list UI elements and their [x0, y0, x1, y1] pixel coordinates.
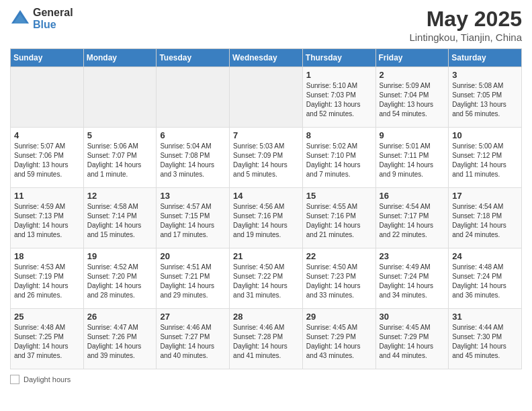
day-info: Sunrise: 4:45 AM Sunset: 7:29 PM Dayligh… — [306, 323, 372, 361]
weekday-header-thursday: Thursday — [302, 49, 375, 67]
day-info: Sunrise: 4:47 AM Sunset: 7:26 PM Dayligh… — [87, 323, 153, 361]
main-title: May 2025 — [409, 7, 522, 32]
logo-text: General Blue — [33, 7, 73, 30]
day-number: 10 — [452, 130, 518, 140]
day-number: 30 — [380, 312, 445, 322]
calendar-cell — [230, 67, 303, 128]
day-info: Sunrise: 4:55 AM Sunset: 7:16 PM Dayligh… — [306, 202, 372, 240]
day-info: Sunrise: 4:50 AM Sunset: 7:22 PM Dayligh… — [233, 263, 299, 300]
day-info: Sunrise: 4:52 AM Sunset: 7:20 PM Dayligh… — [87, 263, 153, 300]
day-number: 13 — [160, 191, 226, 201]
calendar-cell — [157, 67, 230, 128]
day-info: Sunrise: 5:06 AM Sunset: 7:07 PM Dayligh… — [87, 142, 153, 179]
weekday-header-monday: Monday — [83, 49, 157, 67]
day-number: 24 — [452, 251, 518, 261]
day-info: Sunrise: 4:48 AM Sunset: 7:24 PM Dayligh… — [452, 263, 518, 300]
calendar-cell: 30Sunrise: 4:45 AM Sunset: 7:29 PM Dayli… — [375, 309, 449, 369]
calendar-cell — [11, 67, 84, 128]
weekday-header-sunday: Sunday — [11, 49, 84, 67]
calendar-cell: 15Sunrise: 4:55 AM Sunset: 7:16 PM Dayli… — [302, 188, 375, 248]
calendar-cell: 2Sunrise: 5:09 AM Sunset: 7:04 PM Daylig… — [375, 67, 449, 128]
day-number: 2 — [380, 70, 445, 80]
logo-icon — [10, 9, 30, 29]
day-number: 3 — [452, 70, 518, 80]
calendar-week-4: 18Sunrise: 4:53 AM Sunset: 7:19 PM Dayli… — [11, 248, 522, 309]
calendar-body: 1Sunrise: 5:10 AM Sunset: 7:03 PM Daylig… — [11, 67, 522, 369]
calendar-cell: 1Sunrise: 5:10 AM Sunset: 7:03 PM Daylig… — [302, 67, 375, 128]
calendar-cell: 10Sunrise: 5:00 AM Sunset: 7:12 PM Dayli… — [449, 128, 522, 188]
calendar-cell: 8Sunrise: 5:02 AM Sunset: 7:10 PM Daylig… — [302, 128, 375, 188]
calendar-cell: 20Sunrise: 4:51 AM Sunset: 7:21 PM Dayli… — [157, 248, 230, 309]
calendar-cell: 26Sunrise: 4:47 AM Sunset: 7:26 PM Dayli… — [83, 309, 157, 369]
footer-label: Daylight hours — [24, 375, 71, 383]
day-number: 28 — [233, 312, 299, 322]
day-number: 18 — [14, 251, 80, 261]
calendar-cell: 31Sunrise: 4:44 AM Sunset: 7:30 PM Dayli… — [449, 309, 522, 369]
calendar-cell: 23Sunrise: 4:49 AM Sunset: 7:24 PM Dayli… — [375, 248, 449, 309]
day-number: 12 — [87, 191, 153, 201]
day-info: Sunrise: 5:10 AM Sunset: 7:03 PM Dayligh… — [306, 81, 372, 119]
calendar-cell: 28Sunrise: 4:46 AM Sunset: 7:28 PM Dayli… — [230, 309, 303, 369]
day-info: Sunrise: 4:56 AM Sunset: 7:16 PM Dayligh… — [233, 202, 299, 240]
calendar-cell: 12Sunrise: 4:58 AM Sunset: 7:14 PM Dayli… — [83, 188, 157, 248]
calendar-cell: 13Sunrise: 4:57 AM Sunset: 7:15 PM Dayli… — [157, 188, 230, 248]
day-info: Sunrise: 4:54 AM Sunset: 7:18 PM Dayligh… — [452, 202, 518, 240]
calendar-table: SundayMondayTuesdayWednesdayThursdayFrid… — [10, 48, 522, 369]
calendar-cell: 16Sunrise: 4:54 AM Sunset: 7:17 PM Dayli… — [375, 188, 449, 248]
day-number: 27 — [160, 312, 226, 322]
calendar-cell: 14Sunrise: 4:56 AM Sunset: 7:16 PM Dayli… — [230, 188, 303, 248]
calendar-cell: 3Sunrise: 5:08 AM Sunset: 7:05 PM Daylig… — [449, 67, 522, 128]
day-info: Sunrise: 4:45 AM Sunset: 7:29 PM Dayligh… — [380, 323, 445, 361]
day-number: 21 — [233, 251, 299, 261]
day-info: Sunrise: 4:51 AM Sunset: 7:21 PM Dayligh… — [160, 263, 226, 300]
day-info: Sunrise: 4:57 AM Sunset: 7:15 PM Dayligh… — [160, 202, 226, 240]
day-number: 11 — [14, 191, 80, 201]
calendar-cell: 6Sunrise: 5:04 AM Sunset: 7:08 PM Daylig… — [157, 128, 230, 188]
day-number: 17 — [452, 191, 518, 201]
day-info: Sunrise: 4:59 AM Sunset: 7:13 PM Dayligh… — [14, 202, 80, 240]
calendar-cell: 5Sunrise: 5:06 AM Sunset: 7:07 PM Daylig… — [83, 128, 157, 188]
day-info: Sunrise: 5:07 AM Sunset: 7:06 PM Dayligh… — [14, 142, 80, 179]
logo-blue-text: Blue — [33, 19, 73, 31]
day-number: 31 — [452, 312, 518, 322]
day-number: 9 — [380, 130, 445, 140]
day-number: 19 — [87, 251, 153, 261]
title-block: May 2025 Lintingkou, Tianjin, China — [409, 7, 522, 43]
calendar-cell: 19Sunrise: 4:52 AM Sunset: 7:20 PM Dayli… — [83, 248, 157, 309]
day-info: Sunrise: 5:02 AM Sunset: 7:10 PM Dayligh… — [306, 142, 372, 179]
day-info: Sunrise: 4:53 AM Sunset: 7:19 PM Dayligh… — [14, 263, 80, 300]
calendar-cell: 27Sunrise: 4:46 AM Sunset: 7:27 PM Dayli… — [157, 309, 230, 369]
calendar-week-3: 11Sunrise: 4:59 AM Sunset: 7:13 PM Dayli… — [11, 188, 522, 248]
logo: General Blue — [10, 7, 73, 30]
page-header: General Blue May 2025 Lintingkou, Tianji… — [10, 7, 522, 43]
day-number: 1 — [306, 70, 372, 80]
weekday-header-saturday: Saturday — [449, 49, 522, 67]
weekday-header-friday: Friday — [375, 49, 449, 67]
day-info: Sunrise: 5:09 AM Sunset: 7:04 PM Dayligh… — [380, 81, 445, 119]
day-info: Sunrise: 4:58 AM Sunset: 7:14 PM Dayligh… — [87, 202, 153, 240]
calendar-cell: 9Sunrise: 5:01 AM Sunset: 7:11 PM Daylig… — [375, 128, 449, 188]
weekday-header-tuesday: Tuesday — [157, 49, 230, 67]
day-info: Sunrise: 5:04 AM Sunset: 7:08 PM Dayligh… — [160, 142, 226, 179]
day-number: 15 — [306, 191, 372, 201]
calendar-cell: 18Sunrise: 4:53 AM Sunset: 7:19 PM Dayli… — [11, 248, 84, 309]
day-number: 16 — [380, 191, 445, 201]
day-number: 23 — [380, 251, 445, 261]
day-info: Sunrise: 4:48 AM Sunset: 7:25 PM Dayligh… — [14, 323, 80, 361]
day-info: Sunrise: 4:46 AM Sunset: 7:27 PM Dayligh… — [160, 323, 226, 361]
day-number: 25 — [14, 312, 80, 322]
footer: Daylight hours — [10, 375, 522, 384]
day-info: Sunrise: 4:49 AM Sunset: 7:24 PM Dayligh… — [380, 263, 445, 300]
weekday-header-wednesday: Wednesday — [230, 49, 303, 67]
day-info: Sunrise: 4:50 AM Sunset: 7:23 PM Dayligh… — [306, 263, 372, 300]
weekday-header-row: SundayMondayTuesdayWednesdayThursdayFrid… — [11, 49, 522, 67]
calendar-cell: 29Sunrise: 4:45 AM Sunset: 7:29 PM Dayli… — [302, 309, 375, 369]
calendar-header: SundayMondayTuesdayWednesdayThursdayFrid… — [11, 49, 522, 67]
day-number: 26 — [87, 312, 153, 322]
calendar-week-5: 25Sunrise: 4:48 AM Sunset: 7:25 PM Dayli… — [11, 309, 522, 369]
subtitle: Lintingkou, Tianjin, China — [409, 32, 522, 43]
day-number: 8 — [306, 130, 372, 140]
logo-general-text: General — [33, 7, 73, 19]
day-info: Sunrise: 4:46 AM Sunset: 7:28 PM Dayligh… — [233, 323, 299, 361]
day-number: 5 — [87, 130, 153, 140]
